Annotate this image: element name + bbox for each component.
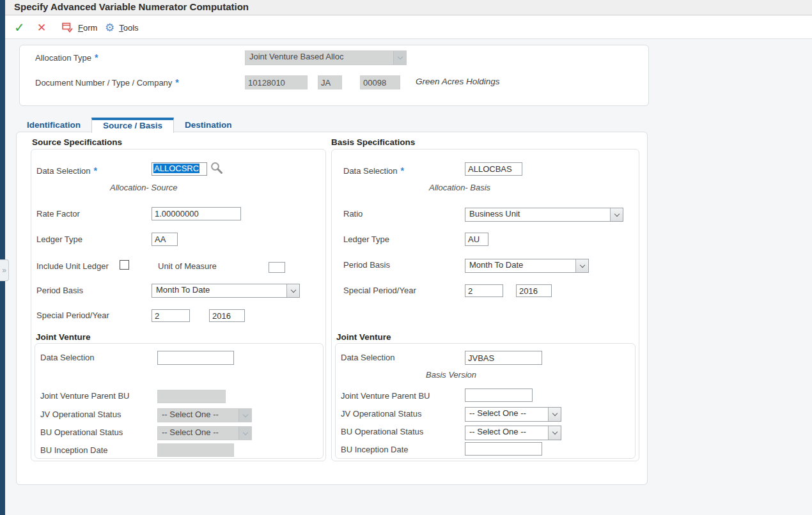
source-jv-data-selection-label: Data Selection [40,353,95,362]
source-data-selection-description: Allocation- Source [110,183,178,192]
form-menu-button[interactable]: Form [61,16,97,39]
required-asterisk: * [95,52,98,63]
basis-bu-inception-date-input[interactable] [465,442,542,456]
check-icon: ✓ [14,20,25,35]
source-jv-operational-status-select: -- Select One -- [157,408,252,422]
basis-special-period-year-label: Special Period/Year [343,286,416,295]
tools-menu-label: Tools [119,23,138,33]
source-rate-factor-label: Rate Factor [36,209,80,219]
basis-bu-inception-date-label: BU Inception Date [341,445,409,454]
source-jv-operational-status-label: JV Operational Status [40,410,121,419]
source-period-basis-label: Period Basis [36,286,83,295]
unit-of-measure-input[interactable] [269,262,285,273]
basis-period-basis-value: Month To Date [465,259,575,272]
source-period-basis-select[interactable]: Month To Date [152,284,300,298]
required-asterisk: * [401,165,404,176]
page-title: Specify Advanced Variable Numerator Comp… [14,1,249,12]
ok-button[interactable]: ✓ [14,16,25,39]
required-asterisk: * [175,77,178,88]
source-jv-operational-status-value: -- Select One -- [158,409,238,422]
application-window: » Specify Advanced Variable Numerator Co… [0,0,812,515]
expand-sidebar-button[interactable]: » [0,259,9,281]
selected-text: ALLOCSRC [153,164,199,173]
source-bu-operational-status-select: -- Select One -- [157,426,252,440]
source-bu-inception-date-label: BU Inception Date [40,445,108,455]
source-special-year-input[interactable] [209,309,245,322]
tab-source-basis[interactable]: Source / Basis [91,118,174,133]
chevron-down-icon [393,51,406,65]
left-edge-strip [0,0,5,515]
chevron-down-icon [575,259,588,272]
basis-data-selection-input[interactable] [465,162,522,176]
basis-period-basis-label: Period Basis [343,260,390,270]
basis-jv-operational-status-select[interactable]: -- Select One -- [465,407,561,422]
basis-data-selection-label: Data Selection* [343,165,404,176]
source-ledger-type-label: Ledger Type [36,234,82,244]
basis-bu-operational-status-label: BU Operational Status [341,427,423,436]
basis-special-year-input[interactable] [516,284,552,297]
double-chevron-right-icon: » [2,266,6,275]
source-special-period-year-label: Special Period/Year [36,311,109,320]
title-bar: Specify Advanced Variable Numerator Comp… [5,0,812,15]
form-icon [61,22,74,33]
allocation-type-value: Joint Venture Based Alloc [246,51,393,65]
basis-ratio-select[interactable]: Business Unit [465,208,623,222]
source-period-basis-value: Month To Date [152,284,286,297]
cancel-button[interactable]: ✕ [37,16,46,39]
search-icon[interactable] [210,161,224,178]
basis-jv-operational-status-label: JV Operational Status [341,409,421,419]
basis-jv-operational-status-value: -- Select One -- [465,408,548,421]
tab-bar: Identification Source / Basis Destinatio… [16,118,243,132]
tab-destination[interactable]: Destination [174,118,243,132]
basis-jv-data-selection-label: Data Selection [341,353,395,362]
basis-jv-parent-bu-input[interactable] [465,388,533,402]
basis-bu-operational-status-value: -- Select One -- [465,426,548,440]
basis-jv-data-selection-input[interactable] [465,351,542,365]
basis-joint-venture-heading: Joint Venture [336,332,391,342]
basis-period-basis-select[interactable]: Month To Date [465,259,589,273]
chevron-down-icon [238,427,251,440]
basis-ledger-type-label: Ledger Type [343,234,389,244]
document-label: Document Number / Type / Company* [35,77,179,88]
basis-bu-operational-status-select[interactable]: -- Select One -- [465,426,561,440]
basis-ratio-label: Ratio [343,209,363,219]
chevron-down-icon [238,409,251,422]
gear-icon: ⚙ [105,22,114,33]
source-data-selection-label: Data Selection* [36,165,97,176]
source-special-period-input[interactable] [152,309,190,322]
toolbar: ✓ ✕ Form ⚙ Tools [5,16,812,39]
document-number-field [245,75,308,89]
source-jv-parent-bu-field [157,390,226,403]
source-rate-factor-input[interactable] [152,207,241,220]
basis-ledger-type-input[interactable] [465,233,488,246]
chevron-down-icon [548,426,561,440]
chevron-down-icon [548,408,561,421]
source-data-selection-input[interactable]: ALLOCSRC [152,162,207,176]
basis-jv-parent-bu-label: Joint Venture Parent BU [341,391,430,401]
tools-menu-button[interactable]: ⚙ Tools [105,16,139,39]
source-bu-inception-date-field [157,443,234,457]
source-jv-data-selection-input[interactable] [157,351,234,365]
source-bu-operational-status-value: -- Select One -- [158,427,238,440]
source-ledger-type-input[interactable] [152,233,178,246]
chevron-down-icon [610,208,623,221]
basis-specifications-heading: Basis Specifications [331,137,415,147]
basis-data-selection-description: Allocation- Basis [429,183,490,192]
basis-jv-data-selection-description: Basis Version [426,370,476,380]
unit-of-measure-label: Unit of Measure [158,261,217,271]
document-type-field [318,75,342,89]
allocation-type-label: Allocation Type* [35,52,98,63]
basis-ratio-value: Business Unit [465,208,610,221]
source-joint-venture-heading: Joint Venture [36,332,91,342]
include-unit-ledger-label: Include Unit Ledger [36,261,109,271]
include-unit-ledger-checkbox[interactable] [120,260,129,270]
close-icon: ✕ [37,21,46,35]
basis-special-period-input[interactable] [465,284,503,297]
chevron-down-icon [286,284,299,297]
tab-identification[interactable]: Identification [16,118,91,132]
required-asterisk: * [94,165,97,176]
allocation-type-select: Joint Venture Based Alloc [245,50,407,65]
company-name-text: Green Acres Holdings [416,77,500,86]
source-specifications-heading: Source Specifications [32,137,122,147]
form-menu-label: Form [78,23,97,33]
